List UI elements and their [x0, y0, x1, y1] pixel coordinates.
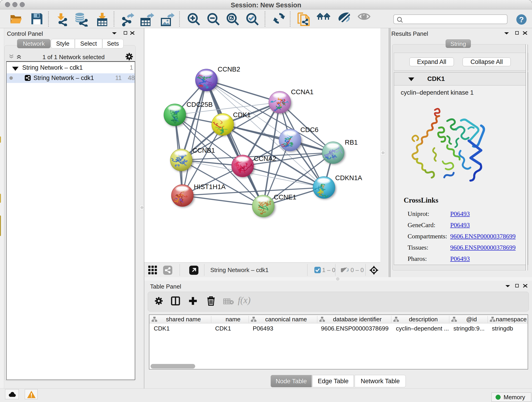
svg-text:CCNB2: CCNB2	[218, 65, 240, 73]
svg-text:CCNE1: CCNE1	[274, 193, 296, 201]
svg-text:CDC6: CDC6	[300, 126, 318, 133]
svg-text:CCNA2: CCNA2	[254, 155, 276, 162]
svg-text:CCNA1: CCNA1	[291, 88, 313, 96]
svg-text:CDKN1A: CDKN1A	[335, 174, 362, 182]
svg-text:CDK1: CDK1	[233, 111, 251, 119]
svg-text:CDC25B: CDC25B	[186, 101, 213, 108]
svg-text:CCNB1: CCNB1	[192, 147, 215, 154]
svg-text:RB1: RB1	[345, 139, 358, 146]
svg-text:HIST1H1A: HIST1H1A	[194, 183, 226, 191]
svg-text:?: ?	[519, 15, 524, 24]
